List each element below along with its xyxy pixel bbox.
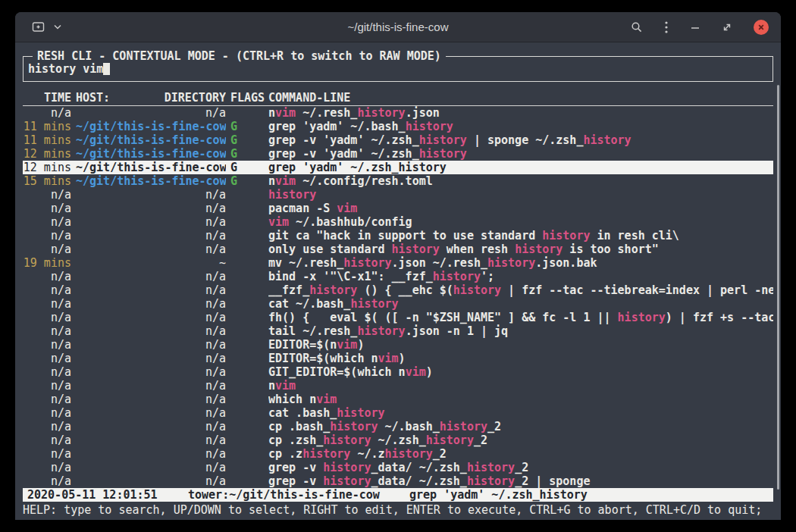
row-time: n/a: [23, 393, 71, 406]
row-time: n/a: [23, 447, 71, 461]
row-time: n/a: [23, 352, 71, 365]
history-row[interactable]: n/an/anvim ~/.resh_history.json: [23, 106, 773, 120]
restore-button[interactable]: [722, 22, 732, 33]
row-flags: [230, 283, 268, 297]
mode-title: RESH CLI - CONTEXTUAL MODE - (CTRL+R to …: [33, 49, 446, 63]
row-time: 12 mins: [23, 147, 71, 161]
row-directory: n/a: [76, 188, 226, 202]
command-text: EDITOR=$(which n: [268, 352, 378, 365]
history-row[interactable]: n/an/apacman -S vim: [23, 202, 773, 215]
command-match-text: vim: [316, 393, 337, 406]
history-row[interactable]: 15 mins~/git/this-is-fine-cowGnvim ~/.co…: [23, 174, 773, 188]
history-row[interactable]: 12 mins~/git/this-is-fine-cowGgrep 'yadm…: [23, 161, 773, 174]
close-button[interactable]: [754, 20, 769, 35]
row-time: n/a: [23, 283, 71, 297]
row-flags: G: [230, 147, 268, 161]
row-command: EDITOR=$(which nvim): [268, 352, 773, 365]
command-match-text: history: [323, 474, 371, 488]
command-match-text: history: [357, 106, 405, 120]
row-flags: [230, 243, 268, 256]
new-tab-button[interactable]: [32, 21, 45, 33]
command-match-text: history: [337, 406, 384, 420]
history-row[interactable]: n/an/acp .zsh_history ~/.zsh_history_2: [23, 433, 773, 447]
history-row[interactable]: n/an/aEDITOR=$(which nvim): [23, 352, 773, 365]
row-time: n/a: [23, 202, 71, 215]
history-row[interactable]: n/an/agrep -v history_data/ ~/.zsh_histo…: [23, 474, 773, 488]
row-directory: n/a: [76, 270, 226, 283]
command-text: ~/.config/resh.toml: [296, 174, 433, 188]
row-command: history: [268, 188, 773, 202]
minimize-button[interactable]: [690, 22, 700, 33]
tab-list-dropdown-button[interactable]: [54, 24, 61, 30]
command-text: cat .bash_: [268, 406, 337, 420]
history-row[interactable]: n/an/atail ~/.resh_history.json -n 1 | j…: [23, 324, 773, 338]
history-row[interactable]: n/an/agit ca "hack in support to use sta…: [23, 229, 773, 243]
history-row[interactable]: n/an/acp .bash_history ~/.bash_history_2: [23, 420, 773, 433]
history-row[interactable]: n/an/ahistory: [23, 188, 773, 202]
row-command: fh() { eval $( ([ -n "$ZSH_NAME" ] && fc…: [268, 311, 773, 324]
row-flags: [230, 215, 268, 229]
history-row[interactable]: n/an/acat ~/.bash_history: [23, 297, 773, 311]
row-flags: [230, 474, 268, 488]
history-row[interactable]: 11 mins~/git/this-is-fine-cowGgrep -v 'y…: [23, 133, 773, 147]
history-row[interactable]: n/an/aonly use standard history when res…: [23, 243, 773, 256]
history-row[interactable]: n/an/acp .zhistory ~/.zhistory_2: [23, 447, 773, 461]
command-match-text: history: [343, 256, 391, 270]
command-match-text: history: [453, 283, 501, 297]
history-row[interactable]: n/an/afh() { eval $( ([ -n "$ZSH_NAME" ]…: [23, 311, 773, 324]
history-row[interactable]: 19 mins~mv ~/.resh_history.json ~/.resh_…: [23, 256, 773, 270]
row-time: n/a: [23, 106, 71, 120]
row-directory: n/a: [76, 406, 226, 420]
command-text: grep -v: [268, 461, 323, 474]
chevron-down-icon: [54, 24, 61, 30]
terminal-window: ~/git/this-is-fine-cow: [15, 12, 781, 520]
search-box[interactable]: RESH CLI - CONTEXTUAL MODE - (CTRL+R to …: [23, 56, 773, 82]
row-time: 12 mins: [23, 161, 71, 174]
history-row[interactable]: 12 mins~/git/this-is-fine-cowGgrep -v 'y…: [23, 147, 773, 161]
titlebar: ~/git/this-is-fine-cow: [15, 12, 781, 42]
command-match-text: history: [302, 447, 350, 461]
row-directory: n/a: [76, 365, 226, 379]
row-directory: n/a: [76, 106, 226, 120]
row-time: 11 mins: [23, 120, 71, 133]
titlebar-right-controls: [631, 20, 769, 35]
search-query-text: history vim: [28, 62, 103, 76]
history-row[interactable]: n/an/a__fzf_history () { __ehc $(history…: [23, 283, 773, 297]
command-text: _2: [433, 447, 447, 461]
history-row[interactable]: n/an/awhich nvim: [23, 393, 773, 406]
command-text: when resh: [440, 243, 515, 256]
row-command: mv ~/.resh_history.json ~/.resh_history.…: [268, 256, 773, 270]
scrollbar[interactable]: [777, 85, 779, 490]
command-match-text: vim: [337, 202, 357, 215]
history-row[interactable]: n/an/acat .bash_history: [23, 406, 773, 420]
history-row[interactable]: n/an/abind -x '"\C-x1": __fzf_history';: [23, 270, 773, 283]
command-text: ~/.zsh_: [371, 433, 425, 447]
row-flags: G: [230, 120, 268, 133]
command-text: is too short": [563, 243, 658, 256]
command-text: which n: [268, 393, 316, 406]
row-command: only use standard history when resh hist…: [268, 243, 773, 256]
row-time: 15 mins: [23, 174, 71, 188]
row-directory: n/a: [76, 243, 226, 256]
row-flags: G: [230, 133, 268, 147]
row-time: n/a: [23, 461, 71, 474]
history-row[interactable]: n/an/aEDITOR=$(nvim): [23, 338, 773, 352]
command-text: cp .zsh_: [268, 433, 323, 447]
row-time: n/a: [23, 311, 71, 324]
history-row[interactable]: n/an/aGIT_EDITOR=$(which nvim): [23, 365, 773, 379]
row-directory: n/a: [76, 352, 226, 365]
history-row[interactable]: n/an/avim ~/.bashhub/config: [23, 215, 773, 229]
row-time: 11 mins: [23, 133, 71, 147]
search-button[interactable]: [631, 21, 643, 33]
history-row[interactable]: n/an/agrep -v history_data/ ~/.zsh_histo…: [23, 461, 773, 474]
row-command: __fzf_history () { __ehc $(history | fzf…: [268, 283, 773, 297]
search-input[interactable]: history vim: [28, 62, 110, 76]
history-row[interactable]: n/an/anvim: [23, 379, 773, 393]
row-time: n/a: [23, 243, 71, 256]
row-flags: [230, 406, 268, 420]
menu-button[interactable]: [664, 20, 669, 34]
command-text: cp .bash_: [268, 420, 330, 433]
command-match-text: vim: [378, 352, 399, 365]
history-row[interactable]: 11 mins~/git/this-is-fine-cowGgrep 'yadm…: [23, 120, 773, 133]
command-match-text: history: [542, 229, 590, 243]
